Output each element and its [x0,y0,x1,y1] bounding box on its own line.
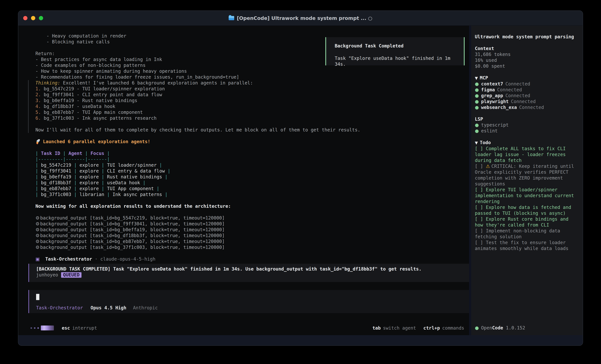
connected-dot-icon: ● [475,99,479,104]
spinner-icon [30,326,54,330]
terminal-line: | Task ID | Agent | Focus | [35,151,469,156]
terminal-window: [OpenCode] Ultrawork mode system prompt … [18,10,583,346]
close-button[interactable] [23,16,27,20]
terminal-line: Now I'll wait for all of them to complet… [35,127,469,133]
connected-dot-icon: ● [475,105,479,110]
context-stat: $0.00 spent [475,63,575,69]
app-version-footer: ●OpenCode 1.0.152 [475,325,525,331]
terminal-line: | bg_eb87ebb7 | explore | TUI App compon… [35,186,469,192]
tool-result-block: Launched 6 parallel exploration agents!|… [35,133,469,262]
blank-line [35,133,469,139]
mcp-server-item: ●playwrightConnected [475,99,575,105]
chevron-down-icon: ▼ [475,141,478,145]
todo-checkbox: [ ] [475,205,486,210]
todo-section-header[interactable]: ▼Todo [475,140,575,146]
blank-line [35,145,469,151]
rocket-icon [35,139,41,144]
terminal-line: 3. bg_b0effa19 - Rust native bindings [35,98,469,104]
terminal-main-pane: - Heavy computation in render - Blocking… [18,26,469,335]
connected-dot-icon: ● [475,93,479,98]
todo-checkbox: [ ] [475,240,486,245]
terminal-line: 2. bg_f9ff3041 - CLI entry point and dat… [35,92,469,98]
esc-key-label: interrupt [72,325,97,331]
context-header: Context [475,46,575,52]
message-author: junhoyeo [36,272,58,278]
terminal-line: - How to keep spinner animating during h… [35,68,469,74]
mcp-server-item: ●grep_appConnected [475,93,575,99]
notification-body: Task "Explore useData hook" finished in … [335,56,464,67]
terminal-line: 4. bg_df18bb3f - useData hook [35,104,469,109]
status-badge: QUEUED [61,272,81,278]
prompt-input[interactable]: Task-Orchestrator Opus 4.5 High Anthropi… [29,290,469,313]
folder-icon [229,16,234,20]
terminal-line: 6. bg_37f1c003 - Ink async patterns rese… [35,115,469,121]
model-name[interactable]: Opus 4.5 High [90,305,126,310]
todo-checkbox: [ ] [475,187,486,192]
connected-dot-icon: ● [475,128,479,134]
todo-checkbox: [ ] [475,146,486,151]
terminal-line: ⚙background_output [task_id=bg_b0effa19,… [35,227,469,233]
lsp-list: ●typescript●eslint [475,122,575,134]
terminal-line: ▣ Task-Orchestrator · claude-opus-4-5-hi… [35,256,469,262]
terminal-line: ⚙background_output [task_id=bg_f9ff3041,… [35,221,469,227]
warning-icon: ⚠ [486,163,491,169]
tab-key-hint: tabswitch agent [372,325,416,331]
titlebar: [OpenCode] Ultrawork mode system prompt … [18,11,583,26]
terminal-line: ⚙background_output [task_id=bg_eb87ebb7,… [35,239,469,244]
terminal-line: Launched 6 parallel exploration agents! [35,139,469,145]
mcp-server-item: ●figmaConnected [475,87,575,93]
lsp-item: ●eslint [475,128,575,134]
todo-list: [ ] Complete ALL tasks to fix CLI loader… [475,146,575,251]
terminal-line: | bg_5547c219 | explore | TUI loader/spi… [35,162,469,168]
background-task-notification[interactable]: Background Task Completed Task "Explore … [325,37,465,65]
todo-item: [ ] Explore how data is fetched and pass… [475,204,575,216]
minimize-button[interactable] [31,16,35,20]
terminal-line: ⚙background_output [task_id=bg_df18bb3f,… [35,233,469,239]
context-stat: 16% used [475,57,575,63]
online-status-icon: ● [475,325,479,331]
terminal-line: 5. bg_eb87ebb7 - TUI App main component [35,109,469,115]
terminal-line: Thinking: Excellent! I've launched 6 bac… [35,80,469,86]
app-version: 1.0.152 [506,325,525,331]
mcp-server-item: ●websearch_exaConnected [475,105,575,110]
blank-line [35,121,469,127]
lsp-item: ●typescript [475,122,575,128]
thinking-block: Thinking: Excellent! I've launched 6 bac… [28,80,469,133]
provider-name: Anthropic [133,305,158,310]
window-title: [OpenCode] Ultrawork mode system prompt … [229,15,372,21]
traffic-lights [23,11,43,25]
context-stats: 31,686 tokens16% used$0.00 spent [475,52,575,69]
blank-line [35,198,469,203]
window-title-text: [OpenCode] Ultrawork mode system prompt … [237,15,372,21]
terminal-line: Now waiting for all exploration results … [35,203,469,209]
pane-divider [469,26,471,335]
zoom-button[interactable] [39,16,43,20]
esc-key-hint: esc [62,325,70,331]
terminal-line: | bg_df18bb3f | explore | useData hook | [35,180,469,186]
terminal-line: - Recommendations for fixing loader free… [35,74,469,80]
todo-item: [ ] Test the fix to ensure loader animat… [475,240,575,251]
agent-name[interactable]: Task-Orchestrator [36,305,83,310]
text-cursor [36,294,39,300]
commands-key-hint: ctrl+pcommands [423,325,464,331]
todo-item: [ ] Explore TUI loader/spinner implement… [475,187,575,204]
todo-item: [ ] Complete ALL tasks to fix CLI loader… [475,146,575,163]
connected-dot-icon: ● [475,87,479,93]
terminal-line: ⚙background_output [task_id=bg_5547c219,… [35,215,469,221]
notification-title: Background Task Completed [335,43,464,49]
todo-item: [ ] Implement non-blocking data fetching… [475,228,575,240]
connected-dot-icon: ● [475,122,479,128]
queued-message-box: [BACKGROUND TASK COMPLETED] Task "Explor… [29,264,469,282]
blank-line [35,209,469,215]
mcp-section-header[interactable]: ▼MCP [475,75,575,81]
terminal-line: 1. bg_5547c219 - TUI loader/spinner expl… [35,86,469,92]
terminal-line: |---------|-------|-------| [35,156,469,162]
terminal-line: | bg_b0effa19 | explore | Rust native bi… [35,174,469,180]
todo-checkbox: [ ] [475,216,486,222]
chevron-down-icon: ▼ [475,76,478,80]
terminal-line: | bg_37f1c003 | librarian | Ink async pa… [35,192,469,198]
connected-dot-icon: ● [475,81,479,86]
todo-checkbox: [ ] [475,228,486,234]
todo-checkbox: [ ] [475,163,486,169]
mcp-server-list: ●context7Connected●figmaConnected●grep_a… [475,81,575,110]
